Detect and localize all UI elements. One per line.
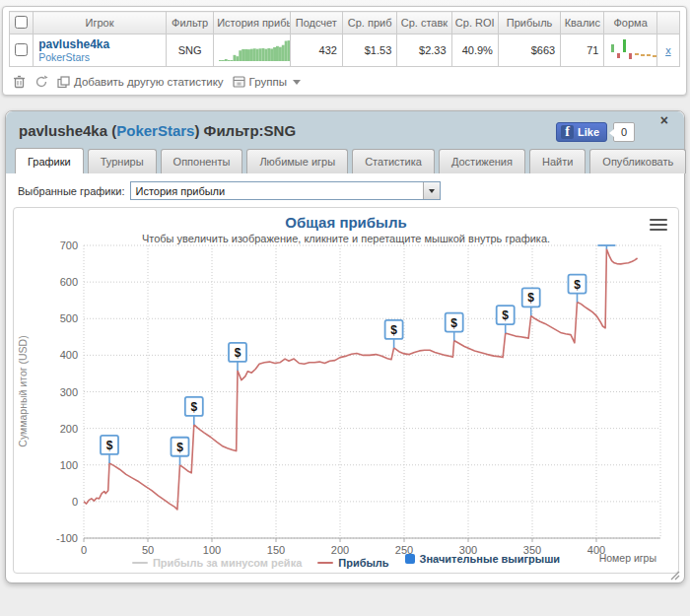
qualif-cell: 71 — [561, 34, 604, 67]
row-checkbox[interactable] — [15, 43, 28, 56]
groups-icon — [233, 76, 245, 88]
form-dash — [653, 55, 656, 57]
site-link[interactable]: PokerStars — [38, 51, 161, 63]
win-marker-dollar: $ — [502, 308, 509, 322]
table-row: pavlushe4ka PokerStars SNG 432 $1.53 $2.… — [10, 34, 680, 67]
page-title: pavlushe4ka (PokerStars) Фильтр:SNG — [19, 122, 296, 139]
column-header-history[interactable]: История прибы — [214, 12, 290, 34]
select-all-checkbox[interactable] — [15, 16, 28, 29]
tab-Турниры[interactable]: Турниры — [88, 149, 157, 173]
refresh-icon — [34, 75, 48, 89]
column-header-profit[interactable]: Прибыль — [498, 12, 560, 34]
tab-bar: ГрафикиТурнирыОппонентыЛюбимые игрыСтати… — [15, 148, 686, 173]
tab-Статистика[interactable]: Статистика — [352, 149, 435, 173]
add-statistic-button[interactable]: Добавить другую статистику — [57, 76, 224, 89]
player-detail-panel: pavlushe4ka (PokerStars) Фильтр:SNG f Li… — [5, 110, 685, 583]
close-icon[interactable]: × — [660, 112, 668, 128]
remove-cell: x — [656, 34, 679, 67]
stats-panel: Игрок Фильтр История прибы Подсчет Ср. п… — [2, 6, 687, 96]
table-toolbar: Добавить другую статистику Группы — [3, 67, 686, 89]
column-header-player[interactable]: Игрок — [34, 12, 167, 34]
form-dash — [641, 54, 645, 56]
tab-Оппоненты[interactable]: Оппоненты — [161, 149, 243, 173]
form-cell — [604, 34, 656, 67]
form-dash — [647, 54, 651, 56]
legend-label: Значительные выигрыши — [420, 553, 561, 565]
avg-profit-cell: $1.53 — [342, 34, 396, 67]
chevron-down-icon — [293, 80, 301, 85]
avg-roi-cell: 40.9% — [451, 34, 498, 67]
groups-button[interactable]: Группы — [233, 76, 301, 88]
chart-canvas[interactable]: -100010020030040050060070005010015020025… — [14, 208, 680, 575]
column-header-qualif[interactable]: Квалис — [561, 12, 604, 34]
legend-item-wins[interactable]: Значительные выигрыши — [405, 553, 561, 565]
groups-label: Группы — [249, 76, 287, 88]
legend-symbol — [317, 562, 333, 564]
legend-label: Прибыль — [338, 557, 388, 569]
y-tick-label: 200 — [60, 423, 78, 435]
legend-symbol — [405, 554, 415, 564]
select-dropdown-button[interactable] — [423, 182, 440, 199]
table-header-row: Игрок Фильтр История прибы Подсчет Ср. п… — [10, 12, 680, 34]
like-label: Like — [578, 126, 599, 138]
win-marker-dollar: $ — [390, 323, 397, 337]
form-bar — [617, 53, 620, 58]
history-sparkline-cell[interactable] — [214, 34, 290, 67]
panel-header: pavlushe4ka (PokerStars) Фильтр:SNG f Li… — [6, 111, 684, 173]
tab-Любимые игры[interactable]: Любимые игры — [246, 149, 348, 173]
column-header-avg-roi[interactable]: Ср. ROI — [451, 12, 498, 34]
select-all-cell — [10, 12, 34, 34]
stats-table: Игрок Фильтр История прибы Подсчет Ср. п… — [9, 11, 680, 67]
tab-Найти[interactable]: Найти — [529, 149, 586, 173]
like-count-badge: 0 — [613, 122, 635, 142]
profit-cell: $663 — [498, 34, 560, 67]
column-header-avg-profit[interactable]: Ср. приб — [342, 12, 396, 34]
win-marker-dollar: $ — [190, 400, 197, 414]
column-header-count[interactable]: Подсчет — [290, 12, 342, 34]
tab-Достижения[interactable]: Достижения — [439, 149, 525, 173]
win-marker-dollar: $ — [176, 441, 183, 454]
legend-label: Прибыль за минусом рейка — [153, 557, 302, 569]
legend-item-profit[interactable]: Прибыль — [317, 557, 388, 569]
count-cell: 432 — [290, 34, 342, 67]
column-header-filter[interactable]: Фильтр — [166, 12, 213, 34]
y-tick-label: -100 — [56, 532, 78, 544]
graph-selector-row: Выбранные графики: История прибыли — [18, 181, 441, 200]
column-header-blank — [656, 12, 679, 34]
win-marker-dollar: $ — [527, 291, 534, 305]
add-window-icon — [57, 76, 70, 89]
player-link[interactable]: pavlushe4ka — [38, 38, 161, 51]
chevron-down-icon — [429, 189, 435, 193]
y-tick-label: 700 — [60, 240, 78, 251]
profit-history-sparkline — [219, 38, 290, 62]
chart-legend: Прибыль за минусом рейкаПрибыльЗначитель… — [14, 553, 678, 569]
y-tick-label: 400 — [60, 349, 78, 361]
form-mini-chart — [609, 39, 656, 61]
tab-Опубликовать[interactable]: Опубликовать — [589, 149, 686, 173]
facebook-like-widget: f Like 0 — [556, 122, 635, 142]
delete-button[interactable] — [13, 75, 26, 89]
facebook-icon: f — [561, 125, 574, 139]
y-tick-label: 100 — [60, 459, 78, 471]
profit-chart[interactable]: Общая прибыль Чтобы увеличить изображени… — [13, 207, 679, 574]
form-bar — [629, 53, 632, 59]
facebook-like-button[interactable]: f Like — [556, 122, 607, 142]
form-bar — [623, 39, 626, 52]
tab-Графики[interactable]: Графики — [15, 148, 84, 173]
refresh-button[interactable] — [34, 75, 48, 89]
avg-stake-cell: $2.33 — [397, 34, 451, 67]
player-cell: pavlushe4ka PokerStars — [34, 34, 167, 67]
column-header-avg-stake[interactable]: Ср. ставк — [397, 12, 451, 34]
legend-item-rake[interactable]: Прибыль за минусом рейка — [132, 557, 302, 569]
form-bar — [611, 44, 614, 52]
y-tick-label: 500 — [60, 312, 78, 324]
add-statistic-label: Добавить другую статистику — [74, 76, 224, 88]
site-name[interactable]: PokerStars — [116, 122, 194, 139]
form-dash — [635, 53, 639, 55]
y-axis-title: Суммарный итог (USD) — [17, 335, 29, 446]
column-header-form[interactable]: Форма — [604, 12, 656, 34]
graph-selector-label: Выбранные графики: — [18, 185, 124, 197]
remove-row-link[interactable]: x — [665, 44, 671, 56]
graph-select[interactable]: История прибыли — [130, 181, 441, 200]
resize-handle-icon[interactable] — [669, 570, 680, 581]
